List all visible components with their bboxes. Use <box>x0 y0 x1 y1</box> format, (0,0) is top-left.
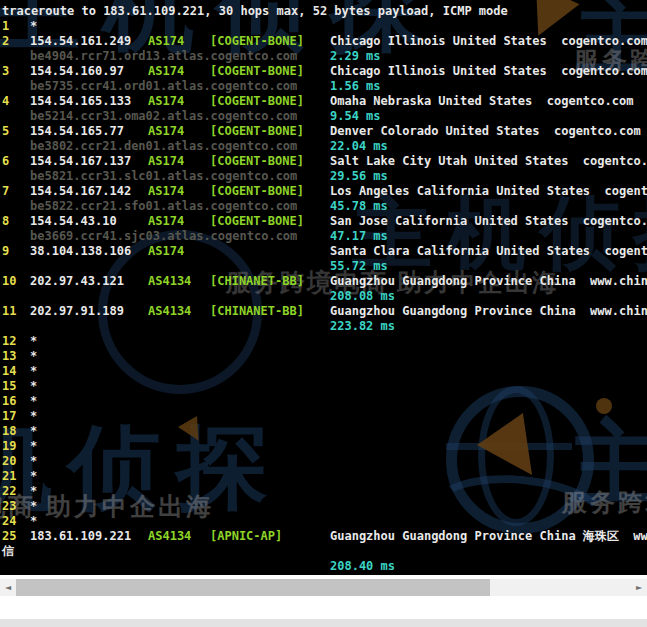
terminal-output[interactable]: 主机侦探 主 服务跨境电商 助力中企出海 主机侦探 服务跨境电商 助力中企出海 … <box>0 0 647 575</box>
hop-ip-address: 202.97.91.189 <box>30 304 124 319</box>
hop-hostname: be5735.ccr41.ord01.atlas.cogentco.com <box>30 79 297 94</box>
hop-location: Salt Lake City Utah United States cogent… <box>330 154 647 169</box>
terminal-line: 12* <box>0 334 647 349</box>
hop-location: San Jose California United States cogent… <box>330 214 647 229</box>
terminal-line: 13* <box>0 349 647 364</box>
hop-latency: 208.08 ms <box>330 289 395 304</box>
hop-ip-address: 154.54.43.10 <box>30 214 117 229</box>
scrollbar-left-arrow-icon[interactable]: ◄ <box>0 579 16 596</box>
hop-location: Denver Colorado United States cogentco.c… <box>330 124 641 139</box>
hop-asn: AS174 <box>148 34 184 49</box>
hop-timeout-star: * <box>30 394 37 409</box>
hop-latency: 223.82 ms <box>330 319 395 334</box>
hop-timeout-star: * <box>30 409 37 424</box>
terminal-line: 17* <box>0 409 647 424</box>
hop-network-tag: [COGENT-BONE] <box>210 124 304 139</box>
hop-number: 14 <box>2 364 16 379</box>
hop-number: 24 <box>2 514 16 529</box>
hop-timeout-star: * <box>30 379 37 394</box>
hop-hostname: be3802.ccr21.den01.atlas.cogentco.com <box>30 139 297 154</box>
terminal-line: 10202.97.43.121AS4134[CHINANET-BB]Guangz… <box>0 274 647 289</box>
terminal-line: 208.40 ms <box>0 559 647 574</box>
terminal-line: be5735.ccr41.ord01.atlas.cogentco.com1.5… <box>0 79 647 94</box>
hop-ip-address: 154.54.167.137 <box>30 154 131 169</box>
hop-latency: 2.29 ms <box>330 49 381 64</box>
hop-location: Guangzhou Guangdong Province China 海珠区 w… <box>330 529 647 544</box>
terminal-line: be5822.ccr21.sfo01.atlas.cogentco.com45.… <box>0 199 647 214</box>
hop-latency: 45.78 ms <box>330 199 388 214</box>
hop-timeout-star: * <box>30 334 37 349</box>
terminal-line: 22* <box>0 484 647 499</box>
hop-network-tag: [COGENT-BONE] <box>210 34 304 49</box>
scrollbar-thumb[interactable] <box>16 579 490 596</box>
hop-ip-address: 38.104.138.106 <box>30 244 131 259</box>
hop-number: 13 <box>2 349 16 364</box>
horizontal-scrollbar[interactable]: ◄ ► <box>0 579 647 596</box>
terminal-line: 208.08 ms <box>0 289 647 304</box>
terminal-line: 25183.61.109.221AS4134[APNIC-AP]Guangzho… <box>0 529 647 544</box>
hop-asn: AS174 <box>148 64 184 79</box>
hop-network-tag: [COGENT-BONE] <box>210 94 304 109</box>
terminal-line: 3154.54.160.97AS174[COGENT-BONE]Chicago … <box>0 64 647 79</box>
hop-location: Omaha Nebraska United States cogentco.co… <box>330 94 633 109</box>
hop-number: 15 <box>2 379 16 394</box>
terminal-line: 938.104.138.106AS174Santa Clara Californ… <box>0 244 647 259</box>
hop-timeout-star: * <box>30 514 37 529</box>
window-bottom-area: ◄ ► <box>0 575 647 627</box>
hop-timeout-star: * <box>30 439 37 454</box>
hop-number: 18 <box>2 424 16 439</box>
terminal-line: 55.72 ms <box>0 259 647 274</box>
terminal-line: 11202.97.91.189AS4134[CHINANET-BB]Guangz… <box>0 304 647 319</box>
hop-location: Chicago Illinois United States cogentco.… <box>330 34 647 49</box>
hop-number: 16 <box>2 394 16 409</box>
hop-number: 23 <box>2 499 16 514</box>
terminal-line: 24* <box>0 514 647 529</box>
hop-location: Chicago Illinois United States cogentco.… <box>330 64 647 79</box>
hop-hostname: be3669.ccr41.sjc03.atlas.cogentco.com <box>30 229 297 244</box>
hop-latency: 29.56 ms <box>330 169 388 184</box>
hop-number: 20 <box>2 454 16 469</box>
hop-number: 2 <box>2 34 9 49</box>
hop-number: 8 <box>2 214 9 229</box>
hop-asn: AS4134 <box>148 274 191 289</box>
hop-hostname: be5821.ccr31.slc01.atlas.cogentco.com <box>30 169 297 184</box>
hop-ip-address: 183.61.109.221 <box>30 529 131 544</box>
terminal-line: 223.82 ms <box>0 319 647 334</box>
hop-asn: AS174 <box>148 154 184 169</box>
hop-network-tag: [APNIC-AP] <box>210 529 282 544</box>
hop-number: 21 <box>2 469 16 484</box>
terminal-line: 23* <box>0 499 647 514</box>
hop-location: Los Angeles California United States cog… <box>330 184 647 199</box>
terminal-line: be5821.ccr31.slc01.atlas.cogentco.com29.… <box>0 169 647 184</box>
hop-timeout-star: * <box>30 424 37 439</box>
hop-timeout-star: * <box>30 19 37 34</box>
hop-timeout-star: * <box>30 469 37 484</box>
hop-asn: AS174 <box>148 184 184 199</box>
terminal-line: 16* <box>0 394 647 409</box>
terminal-line: 2154.54.161.249AS174[COGENT-BONE]Chicago… <box>0 34 647 49</box>
terminal-line: 5154.54.165.77AS174[COGENT-BONE]Denver C… <box>0 124 647 139</box>
terminal-line: be3669.ccr41.sjc03.atlas.cogentco.com47.… <box>0 229 647 244</box>
hop-ip-address: 154.54.165.77 <box>30 124 124 139</box>
scrollbar-right-arrow-icon[interactable]: ► <box>631 579 647 596</box>
hop-number: 19 <box>2 439 16 454</box>
hop-timeout-star: * <box>30 349 37 364</box>
hop-latency: 47.17 ms <box>330 229 388 244</box>
terminal-line: 14* <box>0 364 647 379</box>
hop-hostname: be4904.rcr71.ord13.atlas.cogentco.com <box>30 49 297 64</box>
terminal-line: 1* <box>0 19 647 34</box>
terminal-line: 4154.54.165.133AS174[COGENT-BONE]Omaha N… <box>0 94 647 109</box>
hop-ip-address: 202.97.43.121 <box>30 274 124 289</box>
traceroute-command-line: traceroute to 183.61.109.221, 30 hops ma… <box>0 4 647 19</box>
hop-latency: 55.72 ms <box>330 259 388 274</box>
terminal-line: 7154.54.167.142AS174[COGENT-BONE]Los Ang… <box>0 184 647 199</box>
hop-network-tag: [COGENT-BONE] <box>210 214 304 229</box>
traceroute-window: 主机侦探 主 服务跨境电商 助力中企出海 主机侦探 服务跨境电商 助力中企出海 … <box>0 0 647 627</box>
hop-number: 7 <box>2 184 9 199</box>
hop-asn: AS174 <box>148 94 184 109</box>
hop-latency: 208.40 ms <box>330 559 395 574</box>
hop-timeout-star: * <box>30 454 37 469</box>
hop-hostname: be5822.ccr21.sfo01.atlas.cogentco.com <box>30 199 297 214</box>
hop-network-tag: [COGENT-BONE] <box>210 64 304 79</box>
hop-asn: AS4134 <box>148 529 191 544</box>
